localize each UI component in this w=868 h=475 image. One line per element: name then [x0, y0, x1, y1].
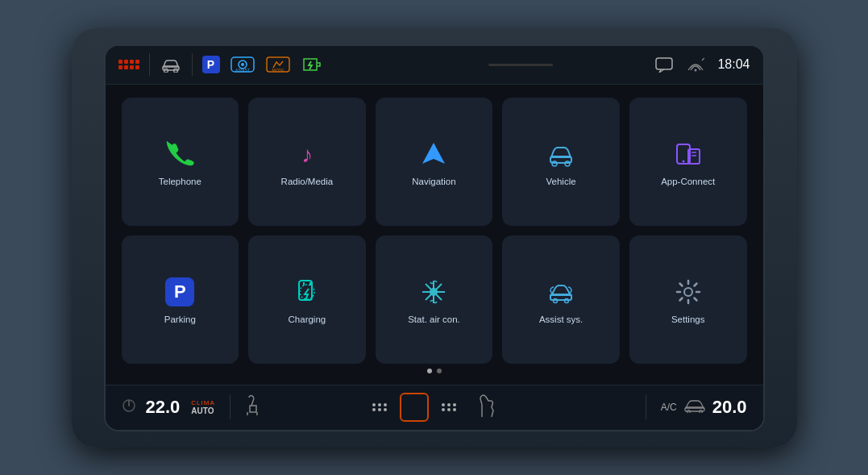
power-icon[interactable] [122, 398, 136, 416]
svg-point-10 [695, 69, 697, 72]
page-dots [122, 364, 747, 377]
svg-rect-0 [163, 66, 179, 70]
page-dot-2[interactable] [437, 369, 442, 373]
left-dots-menu[interactable] [372, 403, 387, 411]
svg-marker-13 [422, 143, 445, 164]
temp-right: 20.0 [712, 397, 747, 418]
settings-icon [674, 277, 703, 306]
vehicle-label: Vehicle [546, 177, 576, 186]
top-bar-left: P ASSIST MODE [118, 53, 387, 76]
navigation-icon [419, 140, 448, 169]
temp-left: 22.0 [146, 397, 181, 418]
bottom-left-clima: 22.0 CLIMA AUTO [122, 394, 278, 420]
ev-icon[interactable] [301, 56, 323, 73]
car-outline-icon [683, 398, 706, 416]
stat-air-con-label: Stat. air con. [408, 315, 460, 324]
vehicle-icon [546, 140, 575, 169]
svg-line-11 [702, 58, 704, 60]
svg-text:MODE: MODE [272, 68, 284, 73]
divider [149, 53, 150, 76]
svg-text:ASSIST: ASSIST [235, 68, 250, 73]
auto-label: AUTO [191, 406, 214, 415]
telephone-label: Telephone [159, 177, 201, 186]
navigation-tile[interactable]: Navigation [376, 98, 493, 226]
svg-point-5 [241, 63, 244, 66]
parking-icon: P [165, 277, 194, 306]
app-connect-label: App-Connect [661, 177, 715, 186]
charging-label: Charging [289, 315, 326, 324]
clima-block: CLIMA AUTO [191, 399, 214, 415]
menu-grid-icon[interactable] [118, 60, 139, 69]
charging-tile[interactable]: Charging [248, 235, 366, 364]
car-surround: P ASSIST MODE [72, 28, 797, 448]
time-display: 18:04 [717, 57, 750, 72]
message-icon[interactable] [654, 56, 674, 73]
radio-media-icon: ♪ [293, 140, 322, 169]
charging-icon [293, 277, 322, 306]
telephone-tile[interactable]: Telephone [122, 98, 239, 226]
bottom-right-clima: A/C 20.0 [591, 395, 747, 419]
bottom-divider-1 [230, 395, 230, 419]
ac-label: A/C [661, 402, 677, 413]
assist-sys-tile[interactable]: Assist sys. [502, 235, 620, 364]
parking-label: Parking [164, 315, 196, 324]
top-bar-center [386, 64, 654, 66]
assist-sys-label: Assist sys. [539, 315, 583, 324]
navigation-label: Navigation [412, 177, 455, 186]
parking-badge-icon[interactable]: P [202, 56, 220, 73]
telephone-icon [165, 140, 194, 169]
settings-tile[interactable]: Settings [629, 235, 747, 364]
radio-media-tile[interactable]: ♪ Radio/Media [248, 98, 366, 226]
parking-tile[interactable]: P Parking [122, 235, 239, 364]
radio-media-label: Radio/Media [281, 177, 334, 186]
page-dot-1[interactable] [427, 369, 432, 373]
svg-text:♪: ♪ [301, 142, 313, 167]
orange-home-button[interactable] [400, 393, 429, 422]
steering-icon[interactable] [476, 394, 496, 420]
car-icon[interactable] [160, 56, 182, 73]
vehicle-tile[interactable]: Vehicle [502, 98, 620, 226]
main-content: Telephone ♪ Radio/Media [106, 85, 763, 385]
bottom-bar: 22.0 CLIMA AUTO [106, 385, 763, 430]
seat-icon[interactable] [245, 394, 263, 420]
assist-sys-icon [546, 277, 575, 306]
top-bar-right: 18:04 [654, 56, 750, 73]
svg-point-19 [682, 160, 684, 163]
bottom-center-controls [278, 393, 591, 422]
app-connect-tile[interactable]: App-Connect [629, 98, 747, 226]
app-connect-icon [674, 140, 703, 169]
signal-icon [687, 57, 704, 72]
right-dots-menu[interactable] [442, 403, 456, 411]
assist-icon[interactable]: ASSIST [230, 56, 255, 73]
clima-label: CLIMA [191, 399, 214, 406]
svg-rect-9 [656, 58, 672, 69]
app-grid: Telephone ♪ Radio/Media [122, 98, 747, 364]
settings-label: Settings [671, 315, 705, 324]
top-line-decoration [488, 64, 553, 66]
divider2 [192, 53, 193, 76]
stat-air-con-icon [419, 277, 448, 306]
mode-icon[interactable]: MODE [265, 56, 291, 73]
stat-air-con-tile[interactable]: Stat. air con. [376, 235, 493, 364]
infotainment-screen: P ASSIST MODE [104, 44, 765, 431]
svg-point-30 [684, 288, 692, 296]
bottom-divider-2 [646, 395, 646, 419]
top-bar: P ASSIST MODE [106, 46, 763, 85]
